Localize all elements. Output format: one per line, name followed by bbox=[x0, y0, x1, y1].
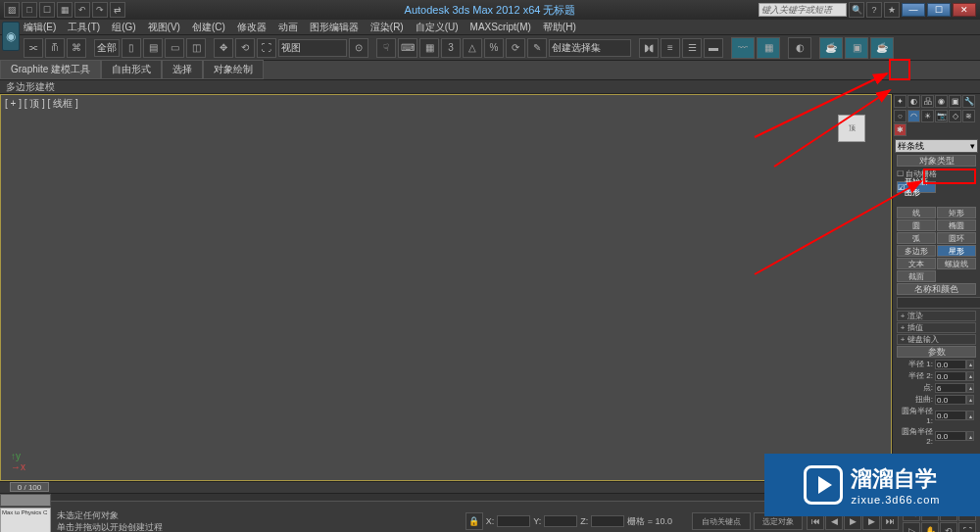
help-search-input[interactable]: 键入关键字或短语 bbox=[759, 3, 847, 17]
obj-btn-circle[interactable]: 圆 bbox=[897, 219, 936, 231]
render-frame-icon[interactable]: ▣ bbox=[845, 37, 868, 59]
tab-graphite[interactable]: Graphite 建模工具 bbox=[0, 60, 101, 79]
object-name-input[interactable] bbox=[897, 297, 980, 309]
obj-btn-donut[interactable]: 圆环 bbox=[937, 232, 976, 244]
obj-btn-line[interactable]: 线 bbox=[897, 207, 936, 218]
schematic-icon[interactable]: ▦ bbox=[757, 37, 780, 59]
tab-motion-icon[interactable]: ◉ bbox=[935, 95, 948, 108]
orbit-icon[interactable]: ⟲ bbox=[940, 522, 957, 533]
cat-systems-icon[interactable]: ✱ bbox=[894, 123, 906, 136]
viewport[interactable]: [ + ] [ 顶 ] [ 线框 ] 顶 ↑y→x bbox=[0, 94, 892, 481]
spinner-icon[interactable]: ▴ bbox=[966, 360, 974, 369]
ribbon-icon[interactable]: ▬ bbox=[704, 38, 723, 58]
edit-sel-icon[interactable]: ✎ bbox=[527, 38, 547, 58]
undo-icon[interactable]: ↶ bbox=[74, 2, 90, 18]
save-icon[interactable]: ▦ bbox=[57, 2, 73, 18]
obj-btn-ellipse[interactable]: 椭圆 bbox=[937, 219, 976, 231]
script-button[interactable]: Max to Physics C bbox=[0, 508, 51, 532]
cat-lights-icon[interactable]: ☀ bbox=[921, 110, 934, 122]
obj-btn-section[interactable]: 截面 bbox=[897, 270, 936, 282]
coord-x-input[interactable] bbox=[497, 515, 530, 527]
subcategory-dropdown[interactable]: 样条线▾ bbox=[895, 139, 978, 153]
mirror-icon[interactable]: ◗◖ bbox=[639, 38, 659, 58]
maximize-button[interactable]: ☐ bbox=[927, 3, 951, 17]
obj-btn-newshape[interactable]: ☑ 开始新图形 bbox=[897, 181, 936, 193]
select-icon[interactable]: ▯ bbox=[122, 38, 141, 58]
unlink-icon[interactable]: ⫚ bbox=[45, 38, 65, 58]
rotate-icon[interactable]: ⟲ bbox=[235, 38, 255, 58]
help-icon[interactable]: ? bbox=[866, 2, 882, 18]
ref-coord-dropdown[interactable]: 视图 bbox=[278, 39, 347, 57]
spinner-icon[interactable]: ▴ bbox=[966, 395, 974, 405]
menu-modifiers[interactable]: 修改器 bbox=[237, 21, 267, 34]
track-toggle[interactable] bbox=[0, 494, 51, 507]
fillet1-input[interactable]: 0.0 bbox=[935, 411, 966, 420]
selection-filter-dropdown[interactable]: 全部 bbox=[94, 39, 120, 57]
app-menu-icon[interactable]: ▨ bbox=[4, 2, 20, 18]
redo-icon[interactable]: ↷ bbox=[92, 2, 108, 18]
link-icon[interactable]: ⇄ bbox=[110, 2, 125, 18]
tab-hierarchy-icon[interactable]: 品 bbox=[921, 95, 934, 108]
ribbon-panel-label[interactable]: 多边形建模 bbox=[0, 80, 980, 94]
rollout-interpolation[interactable]: +插值 bbox=[897, 322, 976, 333]
viewcube[interactable]: 顶 bbox=[832, 115, 871, 154]
named-sel-icon[interactable]: ▦ bbox=[419, 38, 439, 58]
rollout-rendering[interactable]: +渲染 bbox=[897, 311, 976, 321]
coord-y-input[interactable] bbox=[544, 515, 577, 527]
scale-icon[interactable]: ⛶ bbox=[257, 38, 276, 58]
pan-icon[interactable]: ✋ bbox=[921, 522, 939, 533]
menu-edit[interactable]: 编辑(E) bbox=[24, 21, 56, 34]
minimize-button[interactable]: — bbox=[902, 3, 925, 17]
tab-object-paint[interactable]: 对象绘制 bbox=[203, 60, 264, 79]
rollout-name-color[interactable]: 名称和颜色 bbox=[897, 283, 976, 295]
rollout-keyboard-entry[interactable]: +键盘输入 bbox=[897, 334, 976, 345]
auto-key-button[interactable]: 自动关键点 bbox=[692, 512, 751, 530]
material-editor-icon[interactable]: ◐ bbox=[788, 37, 811, 59]
cat-cameras-icon[interactable]: 📷 bbox=[935, 110, 948, 122]
rollout-parameters[interactable]: 参数 bbox=[897, 346, 976, 358]
obj-btn-text[interactable]: 文本 bbox=[897, 258, 936, 269]
render-setup-icon[interactable]: ☕ bbox=[819, 37, 843, 59]
max-toggle-icon[interactable]: ⛶ bbox=[958, 522, 976, 533]
percent-snap-icon[interactable]: % bbox=[484, 38, 504, 58]
menu-rendering[interactable]: 渲染(R) bbox=[370, 21, 404, 34]
snap-icon[interactable]: 3 bbox=[441, 38, 461, 58]
menu-views[interactable]: 视图(V) bbox=[148, 21, 180, 34]
pivot-icon[interactable]: ⊙ bbox=[349, 38, 368, 58]
radius1-input[interactable]: 0.0 bbox=[935, 360, 966, 369]
tab-display-icon[interactable]: ▣ bbox=[949, 95, 961, 108]
menu-group[interactable]: 组(G) bbox=[112, 21, 135, 34]
window-crossing-icon[interactable]: ◫ bbox=[186, 38, 206, 58]
obj-btn-rectangle[interactable]: 矩形 bbox=[937, 207, 976, 218]
select-region-icon[interactable]: ▭ bbox=[165, 38, 184, 58]
viewport-label[interactable]: [ + ] [ 顶 ] [ 线框 ] bbox=[5, 97, 78, 111]
layer-icon[interactable]: ☰ bbox=[682, 38, 702, 58]
bind-space-icon[interactable]: ⌘ bbox=[67, 38, 86, 58]
render-icon[interactable]: ☕ bbox=[870, 37, 894, 59]
spinner-icon[interactable]: ▴ bbox=[966, 371, 974, 381]
obj-btn-ngon[interactable]: 多边形 bbox=[897, 245, 936, 257]
tab-create-icon[interactable]: ✦ bbox=[894, 95, 906, 108]
tab-modify-icon[interactable]: ◐ bbox=[907, 95, 920, 108]
spinner-snap-icon[interactable]: ⟳ bbox=[506, 38, 525, 58]
manipulate-icon[interactable]: ☟ bbox=[376, 38, 396, 58]
obj-btn-arc[interactable]: 弧 bbox=[897, 232, 936, 244]
app-logo-icon[interactable]: ◉ bbox=[2, 22, 20, 51]
points-input[interactable]: 6 bbox=[935, 383, 966, 393]
frame-indicator[interactable]: 0 / 100 bbox=[10, 482, 49, 492]
menu-help[interactable]: 帮助(H) bbox=[543, 21, 576, 34]
cat-shapes-icon[interactable]: ◠ bbox=[907, 110, 920, 122]
obj-btn-helix[interactable]: 螺旋线 bbox=[937, 258, 976, 269]
lock-icon[interactable]: 🔒 bbox=[466, 512, 483, 530]
move-icon[interactable]: ✥ bbox=[214, 38, 233, 58]
coord-z-input[interactable] bbox=[591, 515, 624, 527]
open-icon[interactable]: ☐ bbox=[39, 2, 55, 18]
angle-snap-icon[interactable]: △ bbox=[463, 38, 482, 58]
spinner-icon[interactable]: ▴ bbox=[966, 383, 974, 393]
new-icon[interactable]: □ bbox=[22, 2, 37, 18]
tab-selection[interactable]: 选择 bbox=[162, 60, 203, 79]
fillet2-input[interactable]: 0.0 bbox=[935, 431, 966, 441]
menu-customize[interactable]: 自定义(U) bbox=[416, 21, 459, 34]
spinner-icon[interactable]: ▴ bbox=[966, 431, 974, 441]
link-icon[interactable]: ⫘ bbox=[24, 38, 43, 58]
